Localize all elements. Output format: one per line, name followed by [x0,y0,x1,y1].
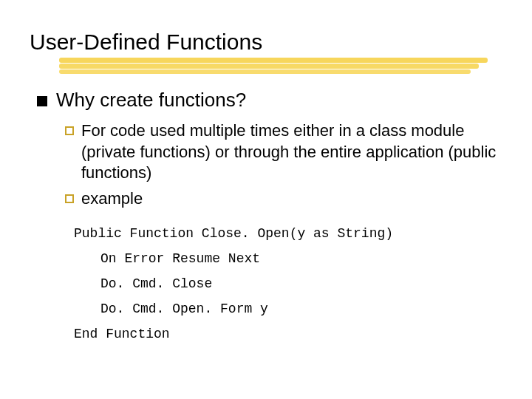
list-item-text: example [81,188,143,210]
code-line: End Function [74,327,502,341]
square-bullet-icon [37,96,47,106]
slide: User-Defined Functions Why create functi… [0,0,532,399]
slide-title: User-Defined Functions [30,30,502,59]
slide-body: Why create functions? For code used mult… [30,89,502,341]
code-line: Do. Cmd. Close [74,277,502,290]
code-block: Public Function Close. Open(y as String)… [74,227,502,341]
code-line: On Error Resume Next [74,252,502,265]
code-line: Public Function Close. Open(y as String) [74,227,502,240]
list-item: example [65,188,502,210]
title-underline-decoration [59,58,488,74]
code-line: Do. Cmd. Open. Form y [74,302,502,316]
hollow-square-bullet-icon [65,126,74,135]
section-heading: Why create functions? [56,89,246,112]
section-heading-row: Why create functions? [37,89,502,112]
hollow-square-bullet-icon [65,194,74,203]
list-item: For code used multiple times either in a… [65,120,502,184]
list-item-text: For code used multiple times either in a… [81,120,502,184]
